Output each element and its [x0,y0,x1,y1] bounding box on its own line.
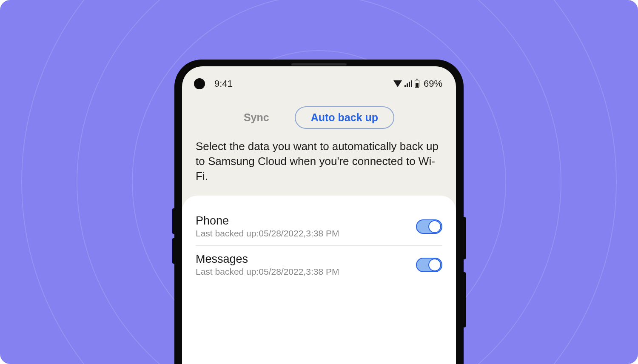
wifi-icon [393,80,402,87]
camera-hole [194,78,205,89]
phone-screen: 9:41 69% Sync Auto back up Select the [182,66,456,364]
status-bar: 9:41 69% [182,66,456,92]
side-button [464,272,466,327]
tab-auto-backup[interactable]: Auto back up [295,106,394,129]
settings-panel: Phone Last backed up:05/28/2022,3:38 PM … [182,196,456,364]
volume-down-button [172,238,174,264]
status-bar-left: 9:41 [194,78,233,89]
setting-subtitle-phone: Last backed up:05/28/2022,3:38 PM [196,228,416,239]
tab-bar: Sync Auto back up [182,96,456,139]
setting-text: Phone Last backed up:05/28/2022,3:38 PM [196,214,416,239]
toggle-phone[interactable] [416,219,442,234]
status-bar-right: 69% [393,78,442,89]
toggle-thumb [428,220,441,233]
volume-up-button [172,208,174,234]
tab-sync[interactable]: Sync [244,111,269,124]
toggle-messages[interactable] [416,258,442,272]
setting-text: Messages Last backed up:05/28/2022,3:38 … [196,253,416,277]
battery-icon [415,80,419,88]
phone-speaker [291,63,347,65]
battery-percent: 69% [424,78,442,89]
setting-subtitle-messages: Last backed up:05/28/2022,3:38 PM [196,267,416,277]
app-background: 9:41 69% Sync Auto back up Select the [0,0,638,364]
power-button [464,217,466,259]
setting-row-messages[interactable]: Messages Last backed up:05/28/2022,3:38 … [196,246,442,284]
setting-row-phone[interactable]: Phone Last backed up:05/28/2022,3:38 PM [196,208,442,246]
toggle-thumb [428,259,441,271]
setting-title-messages: Messages [196,253,416,266]
signal-icon [404,80,412,87]
description-text: Select the data you want to automaticall… [182,139,456,196]
setting-title-phone: Phone [196,214,416,228]
status-time: 9:41 [214,78,233,89]
phone-frame: 9:41 69% Sync Auto back up Select the [174,60,464,364]
